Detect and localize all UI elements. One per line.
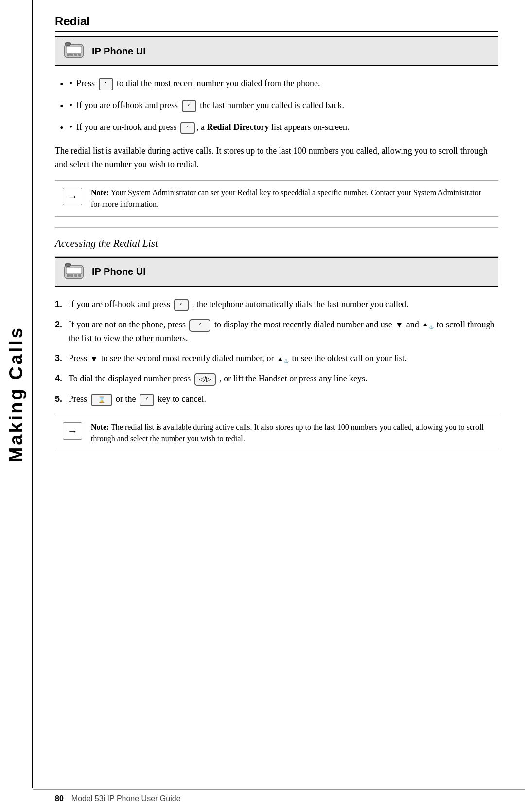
step-1: 1. If you are off-hook and press ⎖ , the… (55, 298, 498, 311)
svg-rect-11 (74, 274, 77, 277)
paragraph-1: The redial list is available during acti… (55, 144, 498, 172)
svg-rect-8 (66, 267, 82, 274)
note-text-1: Note: Your System Administrator can set … (91, 187, 490, 210)
step-4: 4. To dial the displayed number press ◁/… (55, 372, 498, 386)
up-arrow-step3: ▲⚓ (277, 354, 289, 365)
note-text-2: Note: The redial list is available durin… (91, 421, 490, 445)
cancel-btn-step5: ⌛ (91, 394, 112, 406)
bullet2-text: If you are off-hook and press ⎖ the last… (76, 99, 344, 112)
step3-text: Press ▼ to see the second most recently … (69, 352, 407, 365)
ip-phone-banner-2: IP Phone UI (55, 257, 498, 287)
numbered-list: 1. If you are off-hook and press ⎖ , the… (55, 298, 498, 406)
up-arrow-icon: ▲⚓ (422, 320, 434, 331)
down-arrow-icon: ▼ (395, 319, 403, 331)
bullet-list-1: • Press ⎖ to dial the most recent number… (55, 77, 498, 136)
bullet-item-1: • Press ⎖ to dial the most recent number… (55, 77, 498, 92)
redial-btn-1: ⎖ (99, 78, 113, 90)
redial-btn-2: ⎖ (182, 100, 196, 112)
svg-rect-9 (67, 274, 70, 277)
divider-1 (55, 227, 498, 228)
svg-rect-2 (67, 54, 70, 56)
svg-rect-10 (70, 274, 73, 277)
dial-btn-step4: ◁/▷ (194, 373, 216, 386)
phone-icon-2 (64, 263, 85, 281)
step-2: 2. If you are not on the phone, press ⎖ … (55, 318, 498, 345)
redial-btn-step5: ⎖ (140, 394, 154, 406)
step5-text: Press ⌛ or the ⎖ key to cancel. (69, 393, 206, 406)
sidebar-label: Making Calls (6, 326, 27, 462)
note-arrow-1: → (63, 188, 82, 205)
note-arrow-2: → (63, 422, 82, 440)
note-box-1: → Note: Your System Administrator can se… (55, 180, 498, 217)
note-box-2: → Note: The redial list is available dur… (55, 415, 498, 451)
bullet-item-3: • If you are on-hook and press ⎖, a Redi… (55, 121, 498, 136)
down-arrow-step3: ▼ (90, 353, 98, 365)
step2-text: If you are not on the phone, press ⎖ to … (69, 318, 498, 345)
banner-text-2: IP Phone UI (92, 266, 146, 277)
step1-text: If you are off-hook and press ⎖ , the te… (69, 298, 408, 311)
bullet3-text: If you are on-hook and press ⎖, a Redial… (76, 121, 350, 134)
svg-rect-3 (70, 54, 73, 56)
bullet1-text: Press ⎖ to dial the most recent number y… (76, 77, 320, 90)
svg-rect-5 (78, 54, 81, 56)
sidebar: Making Calls (0, 0, 33, 788)
subsection-heading: Accessing the Redial List (55, 237, 498, 252)
step-3: 3. Press ▼ to see the second most recent… (55, 352, 498, 365)
redial-btn-step1: ⎖ (174, 299, 189, 311)
section-heading: Redial (55, 15, 498, 32)
svg-rect-4 (74, 54, 77, 56)
banner-text-1: IP Phone UI (92, 46, 146, 57)
step4-text: To dial the displayed number press ◁/▷ ,… (69, 372, 368, 386)
svg-rect-12 (78, 274, 81, 277)
svg-rect-1 (66, 46, 82, 53)
footer-title: Model 53i IP Phone User Guide (71, 794, 181, 803)
redial-btn-3: ⎖ (180, 122, 195, 134)
footer: 80 Model 53i IP Phone User Guide (33, 789, 525, 803)
bullet-item-2: • If you are off-hook and press ⎖ the la… (55, 99, 498, 114)
ip-phone-banner-1: IP Phone UI (55, 36, 498, 66)
phone-icon-1 (64, 42, 85, 60)
main-content: Redial IP Phone UI • Press ⎖ to dial the… (33, 0, 525, 812)
footer-page-number: 80 (55, 794, 64, 803)
redial-btn-step2: ⎖ (189, 319, 210, 332)
step-5: 5. Press ⌛ or the ⎖ key to cancel. (55, 393, 498, 406)
